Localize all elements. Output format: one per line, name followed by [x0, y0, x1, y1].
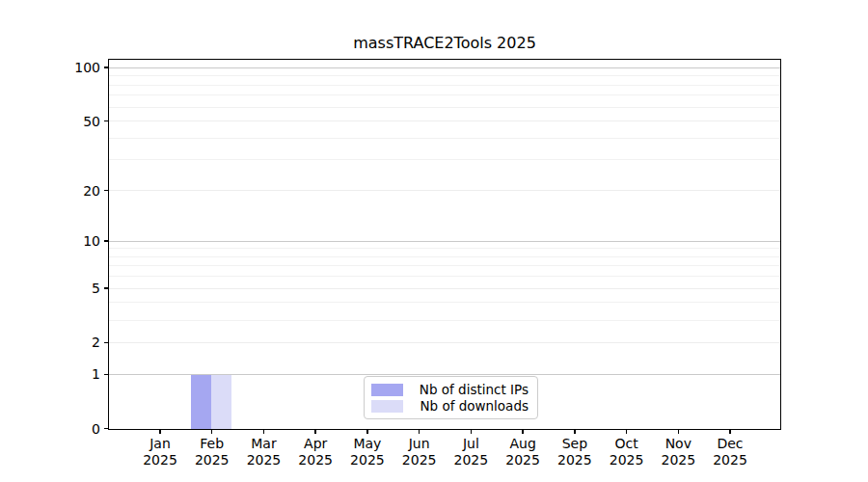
plot-area: [108, 59, 781, 430]
gridline-y-9: [109, 248, 780, 249]
x-tick-mark: [366, 430, 368, 434]
x-tick-mark: [419, 430, 420, 434]
gridline-y-20: [109, 190, 780, 191]
x-tick-mark: [471, 430, 473, 434]
y-tick-mark: [104, 120, 109, 122]
legend-label-distinct-ips: Nb of distinct IPs: [412, 383, 529, 396]
gridline-y-2: [109, 342, 780, 343]
gridline-y-5: [109, 288, 780, 289]
legend: Nb of distinct IPs Nb of downloads: [364, 376, 538, 419]
gridline-y-4: [109, 302, 780, 303]
bar-feb-series-0: [191, 375, 211, 429]
x-tick-mark: [574, 430, 576, 434]
gridline-y-6: [109, 276, 780, 277]
legend-swatch-downloads-icon: [371, 400, 403, 413]
y-tick-mark: [104, 240, 109, 242]
x-tick-mark: [314, 430, 316, 434]
gridline-y-30: [109, 159, 780, 160]
y-tick-label-0: 0: [39, 421, 100, 437]
y-tick-label-50: 50: [39, 114, 100, 129]
legend-item-distinct-ips: Nb of distinct IPs: [371, 383, 529, 396]
y-tick-label-10: 10: [39, 233, 100, 249]
y-tick-label-20: 20: [39, 183, 100, 199]
x-tick-mark: [522, 430, 524, 434]
y-tick-mark: [104, 287, 109, 289]
gridline-y-60: [109, 107, 780, 108]
x-tick-mark: [626, 430, 628, 434]
chart-title: massTRACE2Tools 2025: [108, 35, 781, 52]
x-tick-label-dec: Dec 2025: [699, 436, 761, 469]
y-tick-label-5: 5: [39, 281, 100, 296]
gridline-y-70: [109, 94, 780, 95]
gridline-y-8: [109, 256, 780, 257]
x-tick-mark: [263, 430, 265, 434]
y-tick-label-2: 2: [39, 335, 100, 350]
y-tick-label-1: 1: [39, 366, 100, 382]
gridline-y-100: [109, 67, 780, 68]
gridline-y-3: [109, 320, 780, 321]
y-tick-mark: [104, 190, 109, 192]
y-tick-mark: [104, 374, 109, 376]
y-tick-mark: [104, 67, 109, 68]
x-tick-mark: [211, 430, 213, 434]
y-tick-mark: [104, 342, 109, 344]
x-tick-mark: [678, 430, 680, 434]
x-tick-mark: [729, 430, 731, 434]
legend-swatch-distinct-ips-icon: [371, 384, 403, 396]
chart-figure: massTRACE2Tools 2025 0125102050100 Jan 2…: [0, 0, 868, 482]
gridline-y-10: [109, 241, 780, 242]
legend-label-downloads: Nb of downloads: [412, 399, 529, 413]
gridline-y-7: [109, 265, 780, 266]
legend-item-downloads: Nb of downloads: [371, 399, 529, 413]
y-tick-label-100: 100: [39, 60, 100, 75]
gridline-y-90: [109, 75, 780, 76]
gridline-y-40: [109, 138, 780, 139]
gridline-y-50: [109, 120, 780, 121]
y-tick-mark: [104, 428, 109, 430]
x-tick-mark: [159, 430, 161, 434]
gridline-y-80: [109, 85, 780, 86]
bar-feb-series-1: [211, 375, 231, 429]
